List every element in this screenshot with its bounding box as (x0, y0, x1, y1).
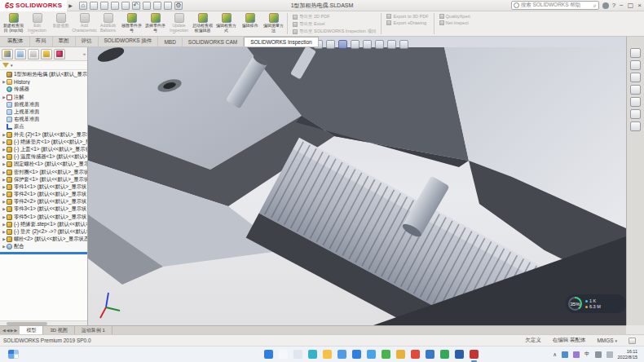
remote-desktop-icon[interactable] (426, 350, 434, 359)
tree-item[interactable]: 上视基准面 (0, 108, 87, 116)
command-button[interactable]: 新建视图 (49, 11, 73, 36)
tree-item[interactable]: ▶ 固定螺栓<1> (默认<<默认>_显示 (0, 161, 87, 168)
close-button[interactable]: × (637, 2, 642, 9)
taskbar-clock[interactable]: 16:11 2022/8/15 (618, 349, 637, 360)
wps-icon[interactable] (440, 350, 449, 359)
export-menu-item[interactable]: 导出至 SOLIDWORKS Inspection 项目 (293, 29, 376, 34)
display-manager-tab[interactable] (54, 49, 65, 60)
tree-item[interactable]: ▶ 注解 (0, 94, 87, 101)
task-view-icon[interactable] (293, 350, 302, 359)
display-panes-icon[interactable] (164, 2, 172, 10)
home-icon[interactable]: ⌂ (79, 2, 87, 10)
command-button[interactable]: Edit Inspection Project (25, 11, 49, 36)
export-menu-item[interactable]: Net-Inspect (439, 20, 470, 25)
file-explorer-icon[interactable] (323, 350, 332, 359)
tree-item[interactable]: 前视基准面 (0, 101, 87, 108)
tab-nav-arrows[interactable]: ◀◀ ▶▶ (0, 326, 20, 334)
ribbon-tab[interactable]: SOLIDWORKS CAM (183, 38, 244, 46)
command-button[interactable]: 启动检查模板编辑器 (191, 11, 214, 36)
tree-item[interactable]: ▶ 配合 (0, 243, 87, 250)
file-explorer-icon[interactable] (630, 85, 641, 95)
word-icon[interactable] (455, 350, 464, 359)
microsoft-store-icon[interactable] (352, 350, 361, 359)
display-style-icon[interactable] (363, 40, 372, 49)
undo-icon[interactable]: ↶ (132, 2, 140, 10)
tree-item[interactable]: ▶ 螺栓<2> (默认<<默认>_显示状态 (0, 236, 87, 243)
browser-pinwheel-icon[interactable] (396, 350, 405, 359)
tree-filter[interactable]: ▾ (0, 61, 87, 70)
search-icon[interactable] (279, 350, 288, 359)
menu-expand-icon[interactable]: ▶ (68, 2, 73, 8)
ribbon-tab[interactable]: SOLIDWORKS Inspection (244, 37, 319, 46)
defender-icon[interactable] (562, 351, 568, 358)
solidworks-resources-icon[interactable] (630, 60, 641, 70)
help-button[interactable]: ? (612, 2, 615, 9)
ribbon-tab[interactable]: 装配体 (2, 36, 30, 46)
tree-item[interactable]: ▶ (-) 垫片 (2)<2> ->? (默认<<默认> (0, 228, 87, 236)
tree-item[interactable]: 传感器 (0, 86, 87, 93)
edge-icon[interactable] (308, 350, 317, 359)
command-button[interactable]: 编辑操作 (238, 11, 262, 36)
section-view-icon[interactable] (338, 40, 347, 49)
input-method-indicator[interactable]: 中 (584, 351, 590, 358)
forum-icon[interactable] (630, 121, 641, 131)
restore-button[interactable]: ▢ (628, 2, 634, 9)
tray-app-icon[interactable] (573, 351, 580, 358)
ribbon-tab[interactable]: 评估 (76, 36, 99, 46)
command-button[interactable]: 移除零件序号 (120, 11, 143, 36)
command-button[interactable]: Add/Edit Balloons (96, 11, 120, 36)
ribbon-tab[interactable]: SOLIDWORKS 插件 (99, 36, 159, 46)
document-tab[interactable]: 3D 视图 (43, 326, 74, 334)
widgets-icon[interactable] (8, 350, 19, 359)
app-blue-icon[interactable] (367, 350, 376, 359)
tree-item[interactable]: 原点 (0, 123, 87, 130)
home-icon[interactable] (630, 48, 641, 58)
command-button[interactable]: 编辑检查方式 (214, 11, 238, 36)
tree-item[interactable]: ▶ (-) 绝缘套.step<1> (默认<<默认> (0, 221, 87, 228)
dimxpert-manager-tab[interactable] (41, 49, 52, 60)
export-menu-item[interactable]: QualityXpert (439, 14, 470, 19)
appearances-icon[interactable] (630, 97, 641, 107)
property-manager-tab[interactable] (15, 49, 26, 60)
command-button[interactable]: 编辑测量方法 (262, 11, 285, 36)
custom-properties-icon[interactable] (630, 109, 641, 119)
ribbon-tab[interactable]: 布局 (30, 36, 53, 46)
rebuild-icon[interactable] (153, 2, 161, 10)
export-menu-item[interactable]: Export eDrawing (386, 20, 428, 25)
open-file-icon[interactable] (100, 2, 108, 10)
new-file-icon[interactable] (90, 2, 98, 10)
options-gear-icon[interactable]: ⚙ (174, 2, 183, 10)
select-arrow-icon[interactable] (143, 2, 151, 10)
command-button[interactable]: 选择零件序号 (143, 11, 167, 36)
graphics-viewport[interactable]: 35% 1 K 6.3 M (88, 37, 626, 325)
panel-overflow-icon[interactable]: » (83, 51, 86, 56)
solidworks-icon[interactable] (470, 350, 479, 359)
view-settings-icon[interactable] (399, 40, 408, 49)
export-menu-item[interactable]: 导出至 Excel (293, 21, 376, 27)
command-button[interactable]: Update Inspection Project (167, 11, 191, 36)
ribbon-tab[interactable]: MBD (158, 38, 182, 46)
units-selector[interactable]: MMGS ▾ (597, 338, 617, 343)
hide-show-items-icon[interactable] (375, 40, 384, 49)
help-search-input[interactable]: 搜索 SOLIDWORKS 帮助 ⌕ (511, 1, 599, 10)
network-icon[interactable] (595, 351, 602, 358)
command-button[interactable]: 新建检查项目 (imp;fd) (2, 11, 25, 36)
design-library-icon[interactable] (630, 73, 641, 82)
document-tab[interactable]: 模型 (20, 326, 43, 334)
save-icon[interactable] (111, 2, 119, 10)
ribbon-tab[interactable]: 草图 (53, 36, 76, 46)
login-icon[interactable] (602, 2, 609, 9)
export-menu-item[interactable]: Export to 3D PDF (386, 14, 428, 19)
status-tag-icon[interactable] (629, 338, 636, 344)
tree-item[interactable]: ▶ (-) 上盖<1> (默认<<默认>_显示状 (0, 146, 87, 153)
minimize-button[interactable]: − (620, 2, 624, 9)
tree-item[interactable]: ▶ History (0, 78, 87, 86)
print-icon[interactable] (121, 2, 130, 10)
tree-item[interactable]: ▶ 零件2<1> (默认<<默认>_显示状 (0, 191, 87, 198)
tree-item[interactable]: ▶ (-) 绝缘垫片<1> (默认<<默认>_显 (0, 139, 87, 146)
tree-item[interactable]: ▶ 保护套<1> (默认<<默认>_显示状 (0, 176, 87, 183)
tree-item[interactable]: ▶ 密封圈<1> (默认<<默认>_显示状 (0, 168, 87, 175)
export-menu-item[interactable]: 导出至 2D PDF (293, 14, 376, 20)
app-green-icon[interactable] (382, 350, 390, 359)
tree-item[interactable]: ▶ 零件2<2> (默认<<默认>_显示状 (0, 198, 87, 205)
